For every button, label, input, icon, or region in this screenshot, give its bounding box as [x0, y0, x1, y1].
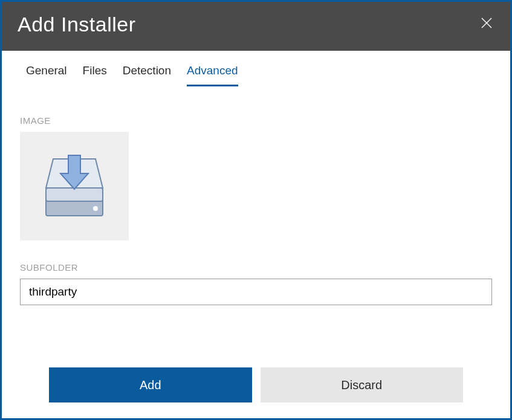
image-label: IMAGE — [20, 115, 492, 126]
tab-detection[interactable]: Detection — [123, 64, 171, 86]
svg-point-4 — [93, 206, 98, 211]
image-preview[interactable] — [20, 132, 129, 241]
close-button[interactable] — [479, 15, 494, 33]
dialog-title: Add Installer — [18, 13, 136, 36]
tab-advanced[interactable]: Advanced — [187, 64, 238, 86]
add-button[interactable]: Add — [49, 367, 252, 402]
tab-files[interactable]: Files — [83, 64, 107, 86]
tab-general[interactable]: General — [26, 64, 67, 86]
dialog-header: Add Installer — [2, 2, 510, 51]
subfolder-input[interactable] — [20, 279, 492, 305]
subfolder-field: SUBFOLDER — [20, 262, 492, 305]
dialog-footer: Add Discard — [2, 367, 510, 418]
subfolder-label: SUBFOLDER — [20, 262, 492, 273]
tab-content: IMAGE SUBFOLDER — [2, 86, 510, 367]
tab-bar: General Files Detection Advanced — [2, 51, 510, 86]
close-icon — [481, 18, 492, 28]
add-installer-dialog: Add Installer General Files Detection Ad… — [0, 0, 512, 420]
discard-button[interactable]: Discard — [261, 367, 464, 402]
installer-icon — [41, 152, 108, 221]
